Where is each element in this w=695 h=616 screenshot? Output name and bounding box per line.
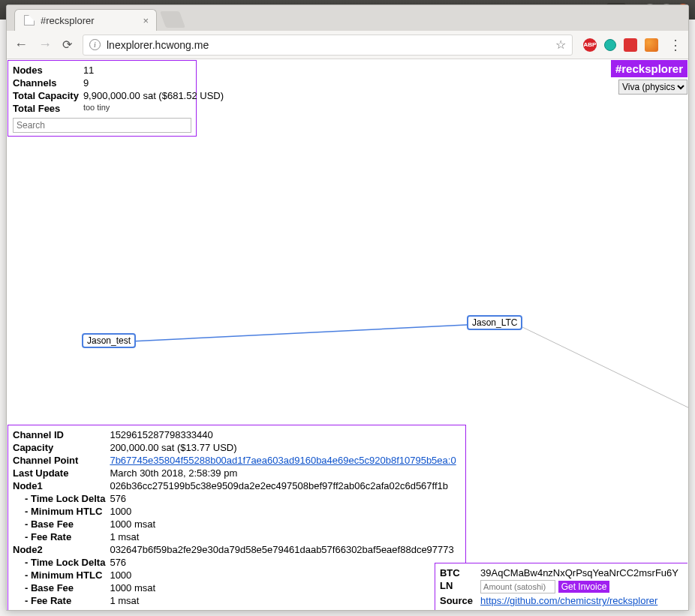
tab-strip: #recksplorer × bbox=[7, 5, 688, 31]
last-update-label: Last Update bbox=[13, 467, 110, 479]
stats-panel: Nodes 11 Channels 9 Total Capacity 9,900… bbox=[8, 60, 197, 137]
stats-nodes-value: 11 bbox=[83, 64, 228, 77]
capacity-value: 200,000.00 sat ($13.77 USD) bbox=[110, 441, 460, 454]
site-info-icon[interactable]: i bbox=[89, 39, 101, 50]
back-button[interactable]: ← bbox=[14, 37, 28, 53]
donate-btc-value: 39AqCMaBw4nzNxQrPsqYeaNrCC2msrFu6Y bbox=[480, 566, 683, 579]
stats-capacity-value: 9,900,000.00 sat ($681.52 USD) bbox=[83, 89, 228, 102]
capacity-label: Capacity bbox=[13, 441, 110, 454]
node1-label: Node1 bbox=[13, 479, 110, 492]
node1-value: 026b36cc275199b5c38e9509da2e2ec497508bef… bbox=[110, 479, 460, 492]
donate-panel: BTC 39AqCMaBw4nzNxQrPsqYeaNrCC2msrFu6Y L… bbox=[435, 563, 687, 610]
extension-teal-icon[interactable] bbox=[604, 39, 616, 51]
extension-abp-icon[interactable]: ABP bbox=[583, 38, 597, 52]
node1-bfee-value: 1000 msat bbox=[110, 518, 460, 530]
node2-tld-value: 576 bbox=[110, 556, 460, 569]
svg-line-1 bbox=[521, 326, 688, 412]
node2-tld-label: - Time Lock Delta bbox=[13, 556, 110, 569]
tab-title: #recksplorer bbox=[41, 15, 95, 26]
donate-source-label: Source bbox=[440, 594, 480, 607]
stats-capacity-label: Total Capacity bbox=[13, 89, 83, 102]
channel-id-value: 1529615287798333440 bbox=[110, 428, 460, 441]
channel-point-label: Channel Point bbox=[13, 454, 110, 467]
bookmark-star-icon[interactable]: ☆ bbox=[555, 38, 566, 52]
ln-amount-input[interactable] bbox=[480, 580, 555, 593]
stats-fees-label: Total Fees bbox=[13, 102, 83, 115]
node1-mhtlc-label: - Minimum HTLC bbox=[13, 505, 110, 518]
reload-button[interactable]: ⟳ bbox=[62, 38, 72, 52]
stats-channels-label: Channels bbox=[13, 77, 83, 89]
browser-tab[interactable]: #recksplorer × bbox=[14, 9, 157, 31]
url-text: lnexplorer.hcwong.me bbox=[107, 39, 209, 51]
node1-frate-value: 1 msat bbox=[110, 530, 460, 543]
channel-details-panel: Channel ID 1529615287798333440 Capacity … bbox=[8, 425, 466, 610]
graph-node-b[interactable]: Jason_LTC bbox=[467, 315, 522, 330]
node2-label: Node2 bbox=[13, 543, 110, 556]
forward-button[interactable]: → bbox=[38, 37, 52, 53]
svg-line-0 bbox=[131, 323, 497, 341]
channel-id-label: Channel ID bbox=[13, 428, 110, 441]
last-update-value: March 30th 2018, 2:58:39 pm bbox=[110, 467, 460, 479]
stats-nodes-label: Nodes bbox=[13, 64, 83, 77]
node1-frate-label: - Fee Rate bbox=[13, 530, 110, 543]
node2-mhtlc-label: - Minimum HTLC bbox=[13, 569, 110, 581]
brand-panel: #recksplorer Viva (physics) bbox=[611, 60, 687, 95]
node2-value: 032647b6f59ba2fe29e30da79d58e5e79461daab… bbox=[110, 543, 460, 556]
tab-close-icon[interactable]: × bbox=[143, 15, 149, 26]
source-link[interactable]: https://github.com/chemicstry/recksplore… bbox=[480, 595, 657, 606]
extension-red-icon[interactable] bbox=[624, 38, 637, 52]
node2-mhtlc-value: 1000 bbox=[110, 569, 460, 581]
node1-tld-label: - Time Lock Delta bbox=[13, 492, 110, 505]
node1-bfee-label: - Base Fee bbox=[13, 518, 110, 530]
get-invoice-button[interactable]: Get Invoice bbox=[558, 581, 610, 593]
app-title: #recksplorer bbox=[611, 60, 687, 77]
address-bar[interactable]: i lnexplorer.hcwong.me ☆ bbox=[83, 35, 573, 56]
layout-select[interactable]: Viva (physics) bbox=[618, 80, 687, 95]
graph-node-a[interactable]: Jason_test bbox=[82, 333, 136, 348]
search-input[interactable] bbox=[13, 118, 191, 133]
stats-fees-value: too tiny bbox=[83, 102, 228, 115]
node2-bfee-value: 1000 msat bbox=[110, 581, 460, 594]
node1-mhtlc-value: 1000 bbox=[110, 505, 460, 518]
node2-frate-label: - Fee Rate bbox=[13, 594, 110, 607]
donate-ln-label: LN bbox=[440, 579, 480, 594]
new-tab-button[interactable] bbox=[160, 11, 185, 28]
node2-bfee-label: - Base Fee bbox=[13, 581, 110, 594]
extension-fox-icon[interactable] bbox=[645, 38, 658, 52]
node1-tld-value: 576 bbox=[110, 492, 460, 505]
node2-frate-value: 1 msat bbox=[110, 594, 460, 607]
donate-btc-label: BTC bbox=[440, 566, 480, 579]
page-icon bbox=[24, 15, 35, 26]
stats-channels-value: 9 bbox=[83, 77, 228, 89]
browser-menu-icon[interactable]: ⋮ bbox=[669, 37, 681, 53]
channel-point-link[interactable]: 7b67745e35804f55288b00ad1f7aea603ad9160b… bbox=[110, 455, 456, 466]
